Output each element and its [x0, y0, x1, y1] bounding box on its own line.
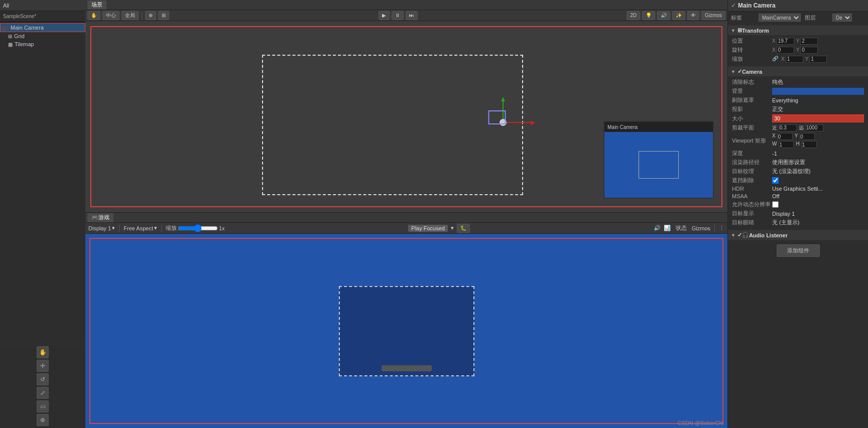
- viewport-w-input[interactable]: [779, 141, 794, 148]
- clip-far-label: 远: [799, 124, 804, 131]
- transform-tool[interactable]: ⊕: [37, 414, 49, 426]
- viewport-h-input[interactable]: [802, 141, 817, 148]
- clear-flags-row: 清除标志 纯色: [732, 78, 864, 86]
- grid-btn[interactable]: ⊞: [158, 11, 169, 20]
- clip-far-input[interactable]: [806, 124, 823, 131]
- audio-check[interactable]: ✓: [737, 232, 742, 238]
- hierarchy-item-tilemap[interactable]: ▦ Tilemap: [0, 40, 85, 48]
- depth-label: 深度: [732, 150, 772, 157]
- viewport-values: X Y W H: [772, 133, 817, 148]
- mini-camera-label: Main Camera: [607, 124, 638, 130]
- vy-label: Y: [795, 133, 798, 140]
- clip-label: 剪裁平面: [732, 124, 772, 131]
- enabled-check[interactable]: ✓: [731, 2, 736, 9]
- 2d-btn[interactable]: 2D: [627, 11, 640, 20]
- audio-game-btn[interactable]: 🔊: [654, 225, 661, 231]
- play-focused-dropdown[interactable]: ▾: [451, 225, 454, 231]
- transform-header[interactable]: ▼ ⊞ Transform: [728, 26, 868, 35]
- gizmos-game-btn[interactable]: Gizmos: [692, 225, 710, 231]
- global-btn[interactable]: 全局: [121, 11, 139, 20]
- center-btn[interactable]: 中心: [102, 11, 119, 20]
- stats-btn[interactable]: 📊: [664, 225, 671, 231]
- hand-btn[interactable]: ✋: [87, 11, 100, 20]
- vx-label: X: [772, 133, 776, 140]
- rect-tool[interactable]: ▭: [37, 400, 49, 412]
- hierarchy-list: 🎥 Main Camera ⊞ Grid ▦ Tilemap: [0, 22, 85, 49]
- hierarchy-header: All: [0, 0, 85, 11]
- rot-x-input[interactable]: [777, 47, 794, 54]
- audio-listener-header[interactable]: ▼ ✓ 🎧 Audio Listener: [728, 230, 868, 240]
- layer-dropdown[interactable]: De: [832, 14, 852, 22]
- play-btn[interactable]: ▶: [379, 11, 390, 20]
- bug-btn[interactable]: 🐛: [457, 224, 470, 233]
- scale-y-input[interactable]: [809, 56, 827, 63]
- clear-flags-label: 清除标志: [732, 78, 772, 86]
- dynamic-res-check[interactable]: [772, 201, 779, 208]
- scale-y: Y: [805, 56, 827, 63]
- display-label: Display 1: [88, 225, 111, 231]
- background-value[interactable]: [772, 88, 864, 95]
- rotate-tool[interactable]: ↺: [37, 373, 49, 385]
- pivot-btn[interactable]: ⊕: [145, 11, 156, 20]
- viewport-x-input[interactable]: [778, 133, 793, 140]
- rot-x: X: [772, 47, 794, 54]
- scale-x-input[interactable]: [786, 56, 803, 63]
- viewport-xy: X Y: [772, 133, 817, 140]
- step-btn[interactable]: ⏭: [406, 11, 418, 20]
- size-label: 大小: [732, 115, 772, 122]
- game-tab-icon: 🎮: [91, 214, 98, 221]
- gizmos-btn[interactable]: Gizmos: [701, 11, 725, 20]
- rot-y-input[interactable]: [800, 47, 818, 54]
- scale-tool[interactable]: ⤢: [37, 387, 49, 399]
- clip-values: 近 远: [772, 124, 823, 131]
- viewport-y-input[interactable]: [800, 133, 815, 140]
- scene-view-btn[interactable]: 👁: [687, 11, 699, 20]
- pos-y-input[interactable]: [800, 38, 818, 45]
- pause-btn[interactable]: ⏸: [392, 11, 404, 20]
- camera-check[interactable]: ✓: [737, 68, 742, 75]
- tag-label: 标签: [731, 14, 759, 22]
- hierarchy-item-grid[interactable]: ⊞ Grid: [0, 32, 85, 40]
- scale-prop-label: 缩放: [732, 55, 772, 63]
- hand-tool[interactable]: ✋: [37, 346, 49, 358]
- mini-camera-preview: Main Camera: [603, 121, 714, 199]
- pos-x-input[interactable]: [777, 38, 794, 45]
- occlusion-check[interactable]: [772, 177, 779, 184]
- transform-section: ▼ ⊞ Transform 位置 X Y 旋转: [728, 26, 868, 67]
- target-display-label: 目标显示: [732, 210, 772, 217]
- scene-content[interactable]: ▲ ▶ Main Camera: [85, 21, 727, 212]
- move-tool[interactable]: ✛: [37, 360, 49, 372]
- status-label: 状态: [676, 224, 687, 232]
- vh-label: H: [796, 141, 799, 148]
- grid-label: Grid: [14, 33, 25, 39]
- viewport-label: Viewport 矩形: [732, 137, 772, 145]
- tag-dropdown[interactable]: MainCamera: [759, 14, 801, 22]
- add-component-button[interactable]: 添加组件: [777, 244, 820, 257]
- pos-y: Y: [796, 38, 818, 45]
- clip-near-label: 近: [772, 124, 777, 131]
- x-axis-arrow: [503, 122, 533, 123]
- audio-btn[interactable]: 🔊: [657, 11, 670, 20]
- size-input[interactable]: [772, 114, 864, 122]
- audio-listener-label: Audio Listener: [749, 232, 788, 238]
- target-eye-row: 目标眼睛 无 (主显示): [732, 219, 864, 226]
- background-row: 背景: [732, 87, 864, 95]
- occlusion-label: 遮挡剔除: [732, 177, 772, 184]
- scale-slider[interactable]: [178, 225, 218, 231]
- render-path-label: 渲染路径径: [732, 159, 772, 166]
- culling-value: Everything: [772, 97, 864, 103]
- more-btn[interactable]: ⋮: [719, 225, 724, 231]
- camera-header[interactable]: ▼ ✓ Camera: [728, 67, 868, 76]
- hierarchy-item-main-camera[interactable]: 🎥 Main Camera: [0, 23, 85, 32]
- aspect-dropdown[interactable]: Free Aspect ▾: [123, 225, 157, 231]
- light-btn[interactable]: 💡: [642, 11, 655, 20]
- position-label: 位置: [732, 37, 772, 45]
- scene-tab[interactable]: 场景: [87, 1, 106, 10]
- aspect-label: Free Aspect: [123, 225, 153, 231]
- display-dropdown[interactable]: Display 1 ▾: [88, 225, 115, 231]
- fx-btn[interactable]: ✨: [672, 11, 685, 20]
- clip-near-input[interactable]: [779, 124, 797, 131]
- target-eye-label: 目标眼睛: [732, 219, 772, 226]
- game-tab[interactable]: 🎮 游戏: [87, 213, 113, 222]
- scene-tab-bar: 场景: [85, 0, 727, 10]
